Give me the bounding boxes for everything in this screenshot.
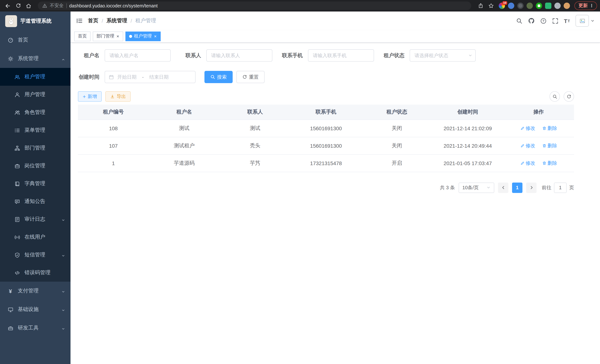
prev-page-button[interactable] — [498, 182, 508, 193]
sidebar-item-menu[interactable]: 菜单管理 — [0, 121, 71, 139]
breadcrumb-system[interactable]: 系统管理 — [106, 18, 127, 24]
browser-menu-dots-icon: ⋮ — [590, 4, 594, 8]
dict-book-icon — [14, 181, 20, 187]
sidebar-item-post[interactable]: 岗位管理 — [0, 157, 71, 175]
next-page-button[interactable] — [526, 182, 536, 193]
status-label: 租户状态 — [383, 52, 404, 59]
chevron-up-icon — [61, 57, 65, 63]
tab-tenant[interactable]: 租户管理 × — [125, 31, 161, 41]
sidebar-item-error-code[interactable]: 错误码管理 — [0, 264, 71, 282]
delete-link[interactable]: 删除 — [542, 142, 557, 149]
help-question-icon[interactable]: ? — [540, 18, 546, 24]
infra-monitor-icon — [7, 307, 13, 312]
sidebar-item-audit-log[interactable]: 审计日志 — [0, 210, 71, 228]
sidebar-item-user[interactable]: 用户管理 — [0, 86, 71, 103]
extension-pinwheel-icon[interactable]: 10 — [499, 3, 505, 9]
browser-update-button[interactable]: 更新 ⋮ — [574, 1, 597, 10]
sidebar-item-tenant[interactable]: 租户管理 — [0, 68, 71, 86]
extension-blue-icon[interactable] — [508, 3, 514, 9]
pagination-goto: 前往 页 — [542, 182, 574, 193]
edit-link[interactable]: 修改 — [520, 160, 535, 166]
filter-row-1: 租户名 联系人 联系手机 租户状态 — [78, 49, 574, 62]
page-size-select[interactable]: 10条/页 — [459, 182, 494, 193]
post-badge-icon — [14, 163, 20, 169]
toggle-search-button[interactable] — [550, 91, 560, 102]
sidebar-item-payment[interactable]: ¥ 支付管理 — [0, 282, 71, 300]
app-logo — [5, 15, 17, 27]
active-tab-dot — [129, 35, 132, 38]
notice-message-icon — [14, 199, 20, 204]
browser-back-icon[interactable] — [3, 1, 13, 10]
sidebar-item-system[interactable]: 系统管理 — [0, 49, 71, 68]
app-logo-row[interactable]: 芋道管理系统 — [0, 11, 71, 31]
update-label: 更新 — [579, 3, 588, 9]
filter-status: 租户状态 — [383, 49, 476, 62]
browser-profile-avatar[interactable] — [564, 3, 570, 9]
chevron-down-icon — [61, 308, 65, 314]
sidebar-item-home[interactable]: 首页 — [0, 31, 71, 49]
extension-olive-icon[interactable] — [526, 3, 533, 9]
bookmark-star-icon[interactable] — [486, 1, 496, 10]
status-text: 关闭 — [361, 137, 432, 154]
extension-badge: 10 — [502, 1, 507, 5]
goto-label: 前往 — [542, 184, 551, 191]
filter-contact: 联系人 — [180, 49, 272, 62]
app-frame: 芋道管理系统 首页 系统管理 租户管理 用户管理 角色管理 — [0, 11, 600, 364]
address-bar[interactable]: 不安全 dashboard.yudao.iocoder.cn/system/te… — [38, 1, 471, 10]
date-range-picker[interactable]: 开始日期 - 结束日期 — [105, 71, 196, 83]
sidebar-item-online-users[interactable]: 在线用户 — [0, 228, 71, 246]
github-icon[interactable] — [528, 18, 534, 24]
extension-green-square-icon[interactable] — [545, 3, 551, 9]
table-header-row: 租户编号 租户名 联系人 联系手机 租户状态 创建时间 操作 — [78, 105, 574, 120]
sidebar-item-dict[interactable]: 字典管理 — [0, 175, 71, 193]
payment-yen-icon: ¥ — [7, 288, 13, 294]
tab-close-icon[interactable]: × — [116, 34, 120, 39]
sidebar-item-devtools[interactable]: 研发工具 — [0, 319, 71, 337]
tenant-users-icon — [14, 74, 20, 80]
font-size-icon[interactable]: TT — [564, 18, 570, 24]
reset-refresh-icon — [242, 75, 247, 79]
phone-input[interactable] — [308, 49, 374, 62]
delete-link[interactable]: 删除 — [542, 125, 557, 131]
phone-label: 联系手机 — [281, 52, 303, 59]
fullscreen-icon[interactable] — [552, 18, 558, 24]
tab-home[interactable]: 首页 — [74, 31, 91, 41]
sidebar-item-role[interactable]: 角色管理 — [0, 103, 71, 121]
sidebar-item-infra[interactable]: 基础设施 — [0, 300, 71, 319]
edit-link[interactable]: 修改 — [520, 142, 535, 149]
tenant-name-input[interactable] — [105, 49, 171, 62]
status-select[interactable] — [410, 49, 476, 62]
tenant-name-label: 租户名 — [78, 52, 99, 59]
refresh-table-button[interactable] — [564, 91, 574, 102]
search-button[interactable]: 搜索 — [205, 71, 233, 83]
sidebar-item-dept[interactable]: 部门管理 — [0, 139, 71, 157]
sidebar-item-sms[interactable]: 短信管理 — [0, 246, 71, 264]
add-button[interactable]: + 新增 — [78, 91, 102, 102]
dashboard-icon — [7, 37, 13, 43]
extension-dark-icon[interactable] — [517, 3, 524, 9]
user-menu[interactable] — [575, 15, 594, 27]
page-content: 租户名 联系人 联系手机 租户状态 — [71, 43, 600, 364]
chevron-down-icon — [61, 217, 65, 223]
page-number-button[interactable]: 1 — [512, 182, 523, 193]
sidebar-collapse-icon[interactable] — [76, 18, 83, 24]
extension-gray-icon[interactable] — [554, 3, 561, 9]
export-button[interactable]: 导出 — [105, 91, 131, 102]
url-text: dashboard.yudao.iocoder.cn/system/tenant — [69, 3, 158, 8]
delete-link[interactable]: 删除 — [542, 160, 557, 166]
browser-refresh-icon[interactable] — [13, 1, 23, 10]
tab-dept[interactable]: 部门管理 × — [93, 31, 123, 41]
tab-close-icon[interactable]: × — [154, 34, 157, 39]
edit-link[interactable]: 修改 — [520, 125, 535, 131]
sidebar-item-notice[interactable]: 通知公告 — [0, 193, 71, 210]
breadcrumb-home[interactable]: 首页 — [88, 18, 98, 24]
extension-green-icon[interactable] — [536, 3, 542, 9]
col-actions: 操作 — [503, 105, 574, 120]
share-icon[interactable] — [476, 1, 485, 10]
header-search-icon[interactable] — [516, 18, 522, 24]
chevron-down-icon — [61, 326, 65, 332]
goto-page-input[interactable] — [554, 182, 567, 193]
reset-button[interactable]: 重置 — [236, 71, 264, 83]
contact-input[interactable] — [206, 49, 272, 62]
browser-home-icon[interactable] — [24, 1, 33, 10]
